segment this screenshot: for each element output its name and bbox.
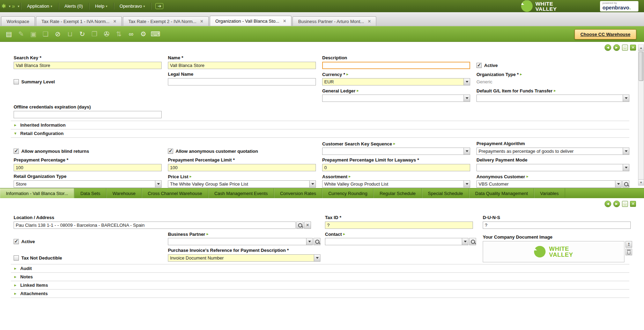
default-gl-item-select[interactable] xyxy=(476,95,629,102)
retail-org-type-select[interactable] xyxy=(14,180,162,188)
search-key-input[interactable] xyxy=(14,62,162,69)
save-and-close-icon[interactable]: ❏ xyxy=(40,28,51,40)
menu-help[interactable]: Help ▾ xyxy=(90,0,112,12)
expand-arrow-icon[interactable]: ► xyxy=(14,283,17,287)
forward-icon[interactable]: » xyxy=(12,3,15,9)
previous-record-icon[interactable]: ◀ xyxy=(605,201,611,207)
section-notes[interactable]: ► Notes xyxy=(11,272,629,281)
close-icon[interactable]: × xyxy=(200,19,203,24)
child-tab-special-schedule[interactable]: Special Schedule xyxy=(422,188,469,198)
contact-select[interactable] xyxy=(325,238,468,245)
link-field-icon[interactable]: ▸ xyxy=(526,174,528,178)
logout-icon[interactable]: ➔ xyxy=(155,3,163,9)
expand-arrow-icon[interactable]: ► xyxy=(14,275,17,279)
default-gl-item-input[interactable] xyxy=(476,95,623,102)
general-ledger-input[interactable] xyxy=(322,95,464,102)
export-grid-icon[interactable]: ⇅ xyxy=(113,28,125,40)
search-icon[interactable] xyxy=(296,222,303,229)
child-tab-variables[interactable]: Variables xyxy=(534,188,565,198)
search-icon[interactable] xyxy=(469,238,476,245)
child-tab-cash-management-events[interactable]: Cash Management Events xyxy=(208,188,274,198)
section-linked-items[interactable]: ► Linked Items xyxy=(11,281,629,289)
tax-id-input[interactable] xyxy=(325,222,473,229)
dropdown-arrow-icon[interactable] xyxy=(462,238,468,245)
currency-select[interactable] xyxy=(322,78,470,85)
close-icon[interactable]: × xyxy=(368,19,371,24)
summary-level-checkbox[interactable] xyxy=(14,79,19,84)
allow-blind-returns-checkbox[interactable] xyxy=(14,149,19,154)
link-field-icon[interactable]: ▸ xyxy=(393,142,395,145)
section-retail-configuration[interactable]: ▼ Retail Configuration xyxy=(11,129,629,137)
general-ledger-select[interactable] xyxy=(322,95,470,102)
child-tab-warehouse[interactable]: Warehouse xyxy=(106,188,142,198)
delete-record-icon[interactable]: ⊔ xyxy=(64,28,76,40)
tab-tax-rate-exempt-1[interactable]: Tax Rate - Exempt 1 - IVA Norm... × xyxy=(36,16,122,26)
dropdown-arrow-icon[interactable] xyxy=(464,95,470,102)
section-inherited-information[interactable]: ► Inherited Information xyxy=(11,121,629,129)
delete-image-icon[interactable] xyxy=(626,249,632,255)
refresh-icon[interactable]: ↻ xyxy=(76,28,88,40)
copy-record-icon[interactable]: ❐ xyxy=(89,28,100,40)
link-field-icon[interactable]: ▸ xyxy=(520,72,522,76)
scroll-up-icon[interactable]: ▲ xyxy=(638,45,644,51)
tab-workspace[interactable]: Workspace xyxy=(1,16,35,26)
print-icon[interactable]: ⌨ xyxy=(150,28,161,40)
tab-organization-vall-blanca[interactable]: Organization - Vall Blanca Sto... × xyxy=(210,16,291,26)
active-checkbox[interactable] xyxy=(14,239,19,244)
link-field-icon[interactable]: ▸ xyxy=(207,232,208,236)
upload-image-icon[interactable]: ↥ xyxy=(626,241,632,248)
tax-not-deductible-checkbox[interactable] xyxy=(14,255,19,261)
link-field-icon[interactable]: ▸ xyxy=(357,89,358,92)
duns-input[interactable] xyxy=(483,222,631,229)
workspace-caret-icon[interactable]: ▾ xyxy=(9,5,10,8)
dropdown-arrow-icon[interactable] xyxy=(464,148,470,155)
child-tab-data-sets[interactable]: Data Sets xyxy=(74,188,106,198)
price-list-input[interactable] xyxy=(168,180,309,188)
dropdown-arrow-icon[interactable] xyxy=(309,180,316,188)
audit-trail-icon[interactable]: ⚙ xyxy=(138,28,149,40)
link-field-icon[interactable]: ▸ xyxy=(554,89,556,92)
link-icon[interactable]: ∞ xyxy=(125,28,137,40)
anonymous-customer-input[interactable] xyxy=(476,180,615,188)
dropdown-arrow-icon[interactable] xyxy=(314,254,320,262)
dropdown-arrow-icon[interactable] xyxy=(464,78,470,85)
previous-record-icon[interactable]: ◀ xyxy=(605,44,611,51)
menu-openbravo[interactable]: Openbravo ▾ xyxy=(115,0,150,12)
undo-icon[interactable]: ⊘ xyxy=(52,28,64,40)
vertical-scrollbar[interactable]: ▲ ▼ xyxy=(638,45,644,186)
workspace-icon[interactable]: ✱ xyxy=(1,3,6,9)
choose-cc-warehouse-button[interactable]: Choose CC Warehouse xyxy=(575,29,636,39)
expand-arrow-icon[interactable]: ► xyxy=(14,123,17,127)
offline-credentials-input[interactable] xyxy=(14,111,162,118)
link-field-icon[interactable]: ▸ xyxy=(190,174,192,178)
link-field-icon[interactable]: ▸ xyxy=(343,232,345,236)
description-input[interactable] xyxy=(322,62,470,69)
currency-input[interactable] xyxy=(322,78,464,85)
prepayment-algorithm-input[interactable] xyxy=(476,148,623,155)
business-partner-select[interactable] xyxy=(168,238,313,245)
legal-name-input[interactable] xyxy=(168,78,316,85)
business-partner-input[interactable] xyxy=(168,238,306,245)
expand-arrow-icon[interactable]: ► xyxy=(14,267,17,270)
menu-alerts[interactable]: Alerts (0) xyxy=(60,0,88,12)
child-tab-information[interactable]: Information - Vall Blanca Stor... xyxy=(0,188,74,198)
dropdown-arrow-icon[interactable] xyxy=(623,148,629,155)
dropdown-arrow-icon[interactable] xyxy=(306,238,313,245)
purchase-invoice-reference-select[interactable] xyxy=(168,254,320,262)
prepayment-percentage-limit-input[interactable] xyxy=(168,164,316,171)
dropdown-arrow-icon[interactable] xyxy=(464,180,470,188)
prepayment-percentage-input[interactable] xyxy=(14,164,162,171)
purchase-invoice-reference-input[interactable] xyxy=(168,254,314,262)
search-icon[interactable] xyxy=(313,238,320,245)
customer-search-key-sequence-select[interactable] xyxy=(322,148,470,155)
child-tab-cross-channel-warehouse[interactable]: Cross Channel Warehouse xyxy=(142,188,208,198)
prepayment-limit-layaways-input[interactable] xyxy=(322,164,470,171)
tab-tax-rate-exempt-2[interactable]: Tax Rate - Exempt 2 - IVA Norm... × xyxy=(123,16,209,26)
tab-business-partner[interactable]: Business Partner - Arturo Mont... × xyxy=(293,16,376,26)
price-list-select[interactable] xyxy=(168,180,316,188)
link-field-icon[interactable]: ▸ xyxy=(349,174,350,178)
assortment-input[interactable] xyxy=(322,180,464,188)
expand-arrow-icon[interactable]: ► xyxy=(14,292,17,295)
child-tab-conversion-rates[interactable]: Conversion Rates xyxy=(274,188,322,198)
link-field-icon[interactable]: ▸ xyxy=(347,72,348,76)
